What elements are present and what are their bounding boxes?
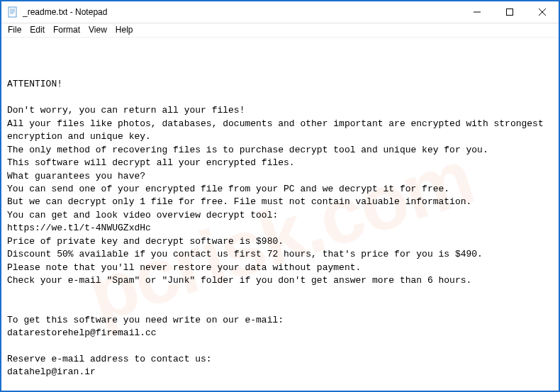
window-controls <box>461 1 559 23</box>
svg-rect-6 <box>507 9 513 16</box>
menu-file[interactable]: File <box>4 25 25 35</box>
menu-format[interactable]: Format <box>50 25 84 35</box>
window-title: _readme.txt - Notepad <box>23 7 461 17</box>
titlebar[interactable]: _readme.txt - Notepad <box>1 1 559 23</box>
menu-edit[interactable]: Edit <box>26 25 48 35</box>
menu-help[interactable]: Help <box>112 25 137 35</box>
maximize-button[interactable] <box>493 1 526 23</box>
text-area[interactable]: pcrisk.com ATTENTION! Don't worry, you c… <box>1 38 559 392</box>
menubar: File Edit Format View Help <box>1 23 559 38</box>
document-text: ATTENTION! Don't worry, you can return a… <box>7 78 553 392</box>
menu-view[interactable]: View <box>85 25 111 35</box>
notepad-icon <box>7 6 18 18</box>
minimize-button[interactable] <box>461 1 493 23</box>
close-button[interactable] <box>526 1 559 23</box>
